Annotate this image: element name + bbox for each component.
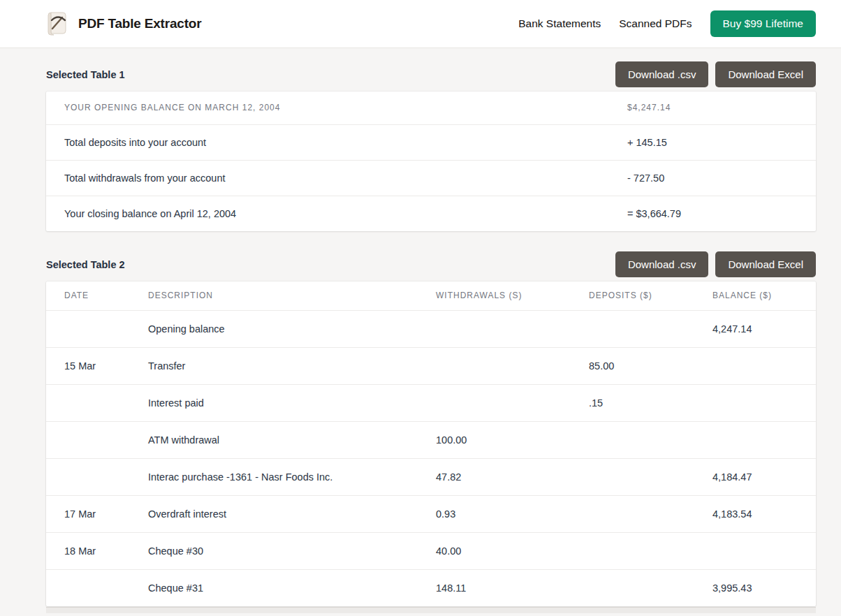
column-header-withdrawals: WITHDRAWALS (S): [436, 281, 589, 310]
cell-date: [46, 384, 148, 421]
cell-description: Cheque #30: [148, 532, 436, 569]
table-row: Interest paid .15: [46, 384, 816, 421]
download-excel-button[interactable]: Download Excel: [715, 251, 816, 277]
pickaxe-scroll-icon[interactable]: [46, 11, 68, 36]
section1-buttons: Download .csv Download Excel: [615, 61, 816, 87]
table-row: 18 Mar Cheque #30 40.00: [46, 532, 816, 569]
cell-date: [46, 310, 148, 347]
section2-buttons: Download .csv Download Excel: [615, 251, 816, 277]
table-header-row: YOUR OPENING BALANCE ON MARCH 12, 2004 $…: [46, 91, 816, 124]
cell-deposit: [589, 310, 712, 347]
page-title: PDF Table Extractor: [78, 16, 201, 31]
cell-balance: 4,183.54: [712, 495, 816, 532]
section2-header: Selected Table 2 Download .csv Download …: [46, 251, 816, 277]
cell-deposit: [589, 421, 712, 458]
cell-date: [46, 458, 148, 495]
cell-withdrawal: [436, 310, 589, 347]
cell-balance: [712, 347, 816, 384]
cell-date: 17 Mar: [46, 495, 148, 532]
app-header: PDF Table Extractor Bank Statements Scan…: [0, 0, 841, 48]
cell-description: Interest paid: [148, 384, 436, 421]
table-row: Opening balance 4,247.14: [46, 310, 816, 347]
cell-withdrawal: 148.11: [436, 569, 589, 606]
next-card-top-sliver: [46, 607, 816, 613]
download-csv-button[interactable]: Download .csv: [615, 61, 709, 87]
cell-description: Cheque #31: [148, 569, 436, 606]
header-cell: YOUR OPENING BALANCE ON MARCH 12, 2004: [46, 91, 627, 124]
table-row: Total deposits into your account + 145.1…: [46, 124, 816, 160]
cell-balance: [712, 384, 816, 421]
row-label: Total deposits into your account: [46, 124, 627, 160]
download-excel-button[interactable]: Download Excel: [715, 61, 816, 87]
cell-withdrawal: 0.93: [436, 495, 589, 532]
download-csv-button[interactable]: Download .csv: [615, 251, 709, 277]
cell-deposit: .15: [589, 384, 712, 421]
section1-title: Selected Table 1: [46, 69, 125, 80]
section1-header: Selected Table 1 Download .csv Download …: [46, 61, 816, 87]
cell-date: 15 Mar: [46, 347, 148, 384]
cell-withdrawal: [436, 384, 589, 421]
table1-card: YOUR OPENING BALANCE ON MARCH 12, 2004 $…: [46, 91, 816, 231]
table-row: Cheque #31 148.11 3,995.43: [46, 569, 816, 606]
header-cell: $4,247.14: [627, 91, 816, 124]
buy-lifetime-button[interactable]: Buy $99 Lifetime: [710, 10, 816, 38]
cell-description: ATM withdrawal: [148, 421, 436, 458]
column-header-description: DESCRIPTION: [148, 281, 436, 310]
cell-balance: [712, 421, 816, 458]
row-value: + 145.15: [627, 124, 816, 160]
cell-description: Opening balance: [148, 310, 436, 347]
column-header-deposits: DEPOSITS ($): [589, 281, 712, 310]
cell-date: 18 Mar: [46, 532, 148, 569]
table-row: Interac purchase -1361 - Nasr Foods Inc.…: [46, 458, 816, 495]
section2-title: Selected Table 2: [46, 259, 125, 270]
table-row: Total withdrawals from your account - 72…: [46, 160, 816, 196]
column-header-balance: BALANCE ($): [712, 281, 816, 310]
table-row: 17 Mar Overdraft interest 0.93 4,183.54: [46, 495, 816, 532]
cell-description: Transfer: [148, 347, 436, 384]
column-header-date: DATE: [46, 281, 148, 310]
cell-description: Interac purchase -1361 - Nasr Foods Inc.: [148, 458, 436, 495]
nav-bank-statements[interactable]: Bank Statements: [518, 17, 601, 30]
row-value: - 727.50: [627, 160, 816, 196]
table-row: Your closing balance on April 12, 2004 =…: [46, 196, 816, 231]
cell-balance: 4,247.14: [712, 310, 816, 347]
cell-balance: 4,184.47: [712, 458, 816, 495]
cell-withdrawal: [436, 347, 589, 384]
cell-deposit: [589, 495, 712, 532]
summary-table: YOUR OPENING BALANCE ON MARCH 12, 2004 $…: [46, 91, 816, 231]
cell-balance: 3,995.43: [712, 569, 816, 606]
cell-deposit: 85.00: [589, 347, 712, 384]
table-row: 15 Mar Transfer 85.00: [46, 347, 816, 384]
header-nav: Bank Statements Scanned PDFs Buy $99 Lif…: [518, 10, 816, 38]
main-content: Selected Table 1 Download .csv Download …: [46, 61, 816, 613]
nav-scanned-pdfs[interactable]: Scanned PDFs: [619, 17, 692, 30]
cell-withdrawal: 40.00: [436, 532, 589, 569]
transactions-table: DATE DESCRIPTION WITHDRAWALS (S) DEPOSIT…: [46, 281, 816, 606]
table-header-row: DATE DESCRIPTION WITHDRAWALS (S) DEPOSIT…: [46, 281, 816, 310]
cell-withdrawal: 100.00: [436, 421, 589, 458]
row-value: = $3,664.79: [627, 196, 816, 231]
cell-deposit: [589, 458, 712, 495]
cell-deposit: [589, 569, 712, 606]
cell-deposit: [589, 532, 712, 569]
cell-withdrawal: 47.82: [436, 458, 589, 495]
table-row: ATM withdrawal 100.00: [46, 421, 816, 458]
cell-description: Overdraft interest: [148, 495, 436, 532]
cell-balance: [712, 532, 816, 569]
cell-date: [46, 421, 148, 458]
table2-card: DATE DESCRIPTION WITHDRAWALS (S) DEPOSIT…: [46, 281, 816, 606]
row-label: Total withdrawals from your account: [46, 160, 627, 196]
cell-date: [46, 569, 148, 606]
row-label: Your closing balance on April 12, 2004: [46, 196, 627, 231]
